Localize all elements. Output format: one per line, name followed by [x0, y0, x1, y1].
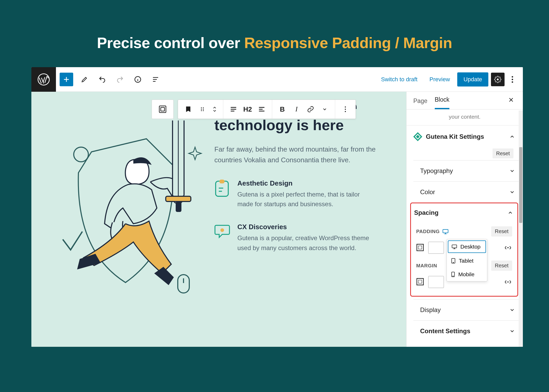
desktop-icon[interactable] — [442, 229, 449, 234]
gutena-icon — [413, 132, 422, 141]
headline: Precise control over Responsive Padding … — [31, 34, 518, 51]
padding-header: PADDING Reset — [416, 226, 512, 237]
topbar: Switch to draft Preview Update — [31, 67, 523, 92]
hero-paragraph[interactable]: Far far away, behind the word mountains,… — [214, 144, 376, 165]
box-model-icon[interactable] — [416, 278, 425, 286]
device-option-desktop[interactable]: Desktop — [448, 240, 486, 253]
tab-page[interactable]: Page — [413, 97, 427, 109]
headline-accent: Responsive Padding / Margin — [244, 34, 452, 51]
canvas-content: The next big thing in technology is here… — [214, 100, 376, 253]
color-panel[interactable]: Color — [413, 181, 523, 203]
svg-point-5 — [512, 81, 513, 83]
italic-button[interactable]: I — [289, 102, 304, 116]
spacing-panel[interactable]: Spacing — [411, 203, 517, 221]
link-values-icon[interactable] — [504, 278, 512, 286]
heading-level-button[interactable]: H2 — [241, 102, 255, 116]
chevron-up-icon — [509, 134, 515, 140]
margin-value-input[interactable] — [428, 276, 444, 288]
bold-button[interactable]: B — [275, 102, 289, 116]
settings-sidebar: Page Block your content. Gutena Kit Sett… — [406, 92, 523, 347]
svg-point-2 — [497, 78, 499, 80]
update-button[interactable]: Update — [457, 72, 488, 87]
settings-button[interactable] — [491, 73, 505, 86]
redo-button[interactable] — [113, 73, 127, 86]
block-type-button[interactable] — [181, 102, 195, 116]
main-area: H2 B I — [31, 92, 523, 347]
reset-button[interactable]: Reset — [493, 148, 513, 158]
align-button[interactable] — [226, 102, 241, 116]
svg-point-20 — [203, 110, 204, 111]
hero-illustration — [47, 120, 204, 330]
svg-point-16 — [203, 107, 204, 108]
undo-button[interactable] — [96, 73, 109, 86]
svg-rect-14 — [161, 107, 164, 111]
svg-rect-13 — [159, 106, 166, 113]
chevron-up-icon — [507, 210, 513, 216]
svg-rect-11 — [166, 196, 191, 201]
sidebar-tabs: Page Block — [407, 92, 523, 109]
svg-rect-32 — [452, 245, 457, 248]
close-sidebar-button[interactable] — [508, 96, 514, 103]
edit-mode-button[interactable] — [78, 73, 91, 86]
feature-item: CX Discoveries Gutena is a popular, crea… — [214, 223, 376, 252]
panel-title: Content Settings — [420, 327, 470, 335]
wordpress-logo[interactable] — [31, 67, 56, 92]
chat-icon — [214, 223, 231, 240]
link-values-icon[interactable] — [504, 244, 512, 252]
padding-value-input[interactable] — [428, 242, 444, 254]
move-up-down-button[interactable] — [209, 102, 220, 116]
chevron-down-icon — [509, 307, 515, 313]
content-settings-panel[interactable]: Content Settings — [413, 320, 523, 342]
panel-title: Color — [420, 188, 435, 196]
device-label: Tablet — [459, 258, 473, 264]
reset-margin-button[interactable]: Reset — [491, 261, 512, 271]
device-option-tablet[interactable]: Tablet — [447, 254, 487, 268]
device-option-mobile[interactable]: Mobile — [447, 268, 487, 281]
reset-padding-button[interactable]: Reset — [491, 226, 512, 237]
svg-point-4 — [512, 79, 513, 80]
preview-button[interactable]: Preview — [425, 73, 455, 86]
panel-title: Gutena Kit Settings — [426, 133, 484, 140]
block-more-button[interactable] — [338, 102, 352, 116]
text-align-button[interactable] — [255, 102, 269, 116]
more-options-button[interactable] — [507, 73, 518, 86]
block-move-handle[interactable] — [152, 100, 174, 119]
toolbar-left — [56, 73, 162, 86]
add-block-button[interactable] — [60, 73, 73, 86]
editor-canvas[interactable]: H2 B I — [31, 92, 406, 347]
svg-point-17 — [201, 109, 202, 110]
help-text: your content. — [407, 109, 523, 125]
info-button[interactable] — [131, 73, 144, 86]
drag-handle[interactable] — [195, 102, 209, 116]
svg-rect-38 — [419, 280, 422, 284]
clipboard-icon — [214, 179, 231, 196]
svg-rect-30 — [417, 244, 424, 251]
svg-rect-29 — [443, 229, 448, 233]
box-model-icon[interactable] — [416, 244, 425, 252]
toolbar-right: Switch to draft Preview Update — [376, 72, 523, 87]
svg-point-18 — [203, 109, 204, 110]
display-panel[interactable]: Display — [413, 299, 523, 320]
outline-button[interactable] — [149, 73, 162, 86]
svg-rect-31 — [419, 246, 422, 249]
chevron-down-icon — [509, 168, 515, 174]
feature-desc: Gutena is a popular, creative WordPress … — [237, 233, 376, 252]
chevron-down-icon — [509, 189, 515, 195]
svg-point-19 — [201, 110, 202, 111]
more-rich-text-button[interactable] — [318, 102, 332, 116]
svg-point-23 — [345, 111, 346, 112]
svg-point-21 — [345, 106, 346, 107]
scrollbar-thumb[interactable] — [519, 147, 522, 223]
tab-block[interactable]: Block — [435, 96, 449, 109]
svg-rect-24 — [216, 181, 228, 196]
sidebar-scrollbar[interactable] — [519, 111, 523, 347]
headline-plain: Precise control over — [97, 34, 244, 51]
device-label: Desktop — [460, 244, 481, 250]
svg-rect-37 — [417, 279, 424, 285]
editor-window: Switch to draft Preview Update — [31, 67, 523, 347]
chevron-down-icon — [509, 328, 515, 334]
switch-draft-button[interactable]: Switch to draft — [376, 73, 422, 86]
link-button[interactable] — [304, 102, 318, 116]
gutena-kit-panel[interactable]: Gutena Kit Settings — [407, 125, 523, 148]
typography-panel[interactable]: Typography — [413, 160, 523, 181]
